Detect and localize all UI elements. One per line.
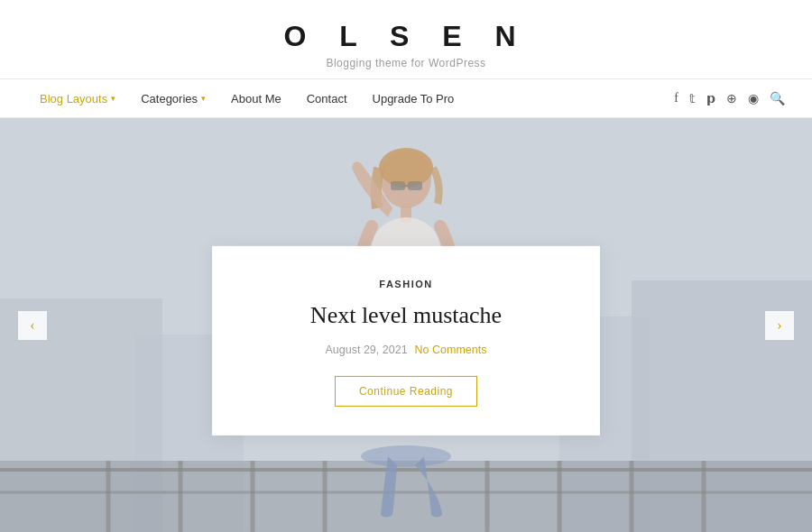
chevron-down-icon: ▾ — [201, 94, 206, 103]
post-title: Next level mustache — [255, 300, 557, 331]
post-comments[interactable]: No Comments — [415, 344, 487, 356]
nav-item-categories[interactable]: Categories ▾ — [128, 92, 218, 105]
pinterest-icon[interactable]: 𝗽 — [706, 91, 715, 106]
post-meta: August 29, 2021 No Comments — [255, 344, 557, 356]
hero-slider: Fashion Next level mustache August 29, 2… — [0, 118, 812, 532]
site-title: O L S E N — [0, 20, 812, 53]
nav-item-upgrade[interactable]: Upgrade To Pro — [360, 92, 467, 105]
continue-reading-button[interactable]: Continue Reading — [335, 376, 477, 407]
google-icon[interactable]: ⊕ — [726, 91, 737, 106]
rss-icon[interactable]: ◉ — [748, 91, 759, 106]
twitter-icon[interactable]: 𝕥 — [689, 91, 696, 106]
nav-item-about-me[interactable]: About Me — [218, 92, 294, 105]
chevron-down-icon: ▾ — [111, 94, 115, 103]
site-header: O L S E N Blogging theme for WordPress — [0, 0, 812, 78]
main-nav: Blog Layouts ▾ Categories ▾ About Me Con… — [0, 78, 812, 118]
site-tagline: Blogging theme for WordPress — [0, 57, 812, 69]
nav-left: Blog Layouts ▾ Categories ▾ About Me Con… — [27, 92, 466, 105]
post-date: August 29, 2021 — [326, 344, 408, 356]
nav-right: f 𝕥 𝗽 ⊕ ◉ 🔍 — [674, 91, 785, 106]
post-category: Fashion — [255, 279, 557, 289]
facebook-icon[interactable]: f — [674, 91, 678, 105]
slider-next-button[interactable]: › — [765, 311, 794, 340]
slider-prev-button[interactable]: ‹ — [18, 311, 47, 340]
post-card: Fashion Next level mustache August 29, 2… — [212, 246, 600, 436]
nav-item-contact[interactable]: Contact — [294, 92, 360, 105]
nav-item-blog-layouts[interactable]: Blog Layouts ▾ — [27, 92, 128, 105]
search-icon[interactable]: 🔍 — [770, 91, 785, 106]
